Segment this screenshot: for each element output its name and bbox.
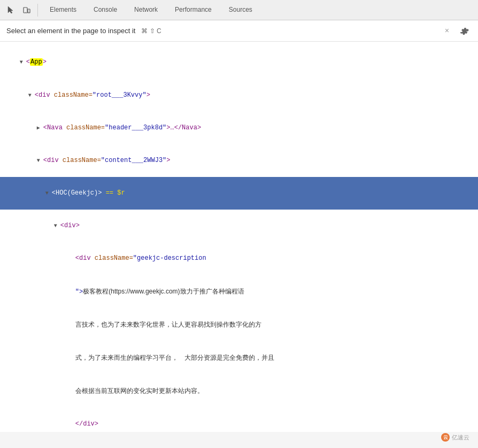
tree-line[interactable]: ▼ <div className="content___2WWJ3"> — [0, 144, 478, 177]
triangle-icon: ▶ — [37, 125, 43, 131]
tree-line[interactable]: ▼ <div> — [0, 210, 478, 242]
inspect-text: Select an element in the page to inspect… — [6, 27, 437, 35]
svg-point-2 — [25, 12, 26, 12]
tree-line[interactable]: </div> — [0, 408, 478, 432]
tree-line[interactable]: 会根据当前互联网的变化实时更新本站内容。 — [0, 375, 478, 408]
device-toggle-icon[interactable] — [20, 4, 33, 17]
watermark-logo: 云 — [441, 433, 450, 442]
inspect-shortcut: ⌘ ⇧ C — [141, 27, 161, 35]
watermark: 云 亿速云 — [441, 433, 469, 442]
triangle-icon: ▼ — [54, 223, 60, 229]
triangle-icon: ▼ — [45, 190, 52, 196]
tree-line-selected[interactable]: ▼ <HOC(Geekjc)> == $r — [0, 177, 478, 210]
inspect-clear-button[interactable]: × — [442, 26, 452, 36]
toolbar-icon-group — [4, 4, 38, 17]
tab-performance[interactable]: Performance — [167, 0, 219, 20]
watermark-text: 亿速云 — [452, 434, 469, 442]
tree-line[interactable]: 式，为了未来而生的编程学习平台， 大部分资源是完全免费的，并且 — [0, 342, 478, 375]
triangle-icon: ▼ — [37, 158, 43, 164]
tab-network[interactable]: Network — [127, 0, 165, 20]
cursor-icon[interactable] — [4, 4, 17, 17]
tab-console[interactable]: Console — [86, 0, 125, 20]
tree-line[interactable]: ▼ <div className="root___3Kvvy"> — [0, 79, 478, 111]
tree-line[interactable]: ▶ <Nava className="header___3pk8d">…</Na… — [0, 111, 478, 144]
settings-icon[interactable] — [457, 24, 472, 38]
tab-elements[interactable]: Elements — [42, 0, 84, 20]
dom-tree: ▼ <App> ▼ <div className="root___3Kvvy">… — [0, 42, 478, 432]
tree-line[interactable]: ▼ <App> — [0, 46, 478, 79]
tree-line[interactable]: 言技术，也为了未来数字化世界，让人更容易找到操作数字化的方 — [0, 308, 478, 341]
tree-line[interactable]: <div className="geekjc-description — [0, 242, 478, 275]
svg-point-3 — [28, 12, 29, 12]
triangle-icon: ▼ — [28, 92, 35, 98]
inspect-bar: Select an element in the page to inspect… — [0, 20, 478, 42]
devtools-toolbar: Elements Console Network Performance Sou… — [0, 0, 478, 20]
tab-sources[interactable]: Sources — [221, 0, 260, 20]
tree-line[interactable]: ">极客教程(https://www.geekjc.com)致力于推广各种编程语 — [0, 275, 478, 308]
triangle-icon: ▼ — [20, 59, 26, 65]
inspect-label: Select an element in the page to inspect… — [6, 27, 135, 35]
